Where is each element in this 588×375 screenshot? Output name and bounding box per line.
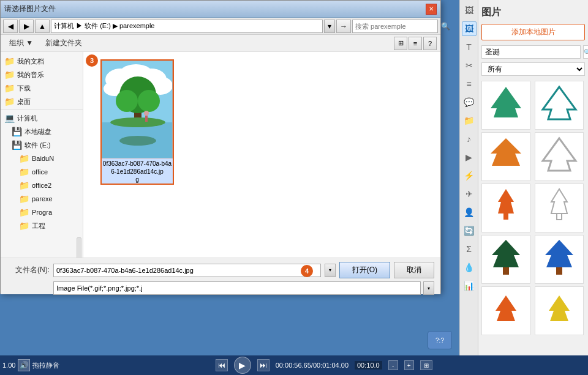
organize-button[interactable]: 组织 ▼	[4, 37, 38, 50]
filetype-row: Image File(*.gif;*.png;*.jpg;*.j ▾	[7, 281, 434, 295]
zoom-level: 1.00	[2, 362, 15, 369]
file-name: 0f363ac7-b087-470a-b4a6-1e1d286ad14c.jpg	[102, 160, 173, 184]
nav-item-label: 我的音乐	[17, 70, 44, 80]
nav-item-computer[interactable]: 💻 计算机	[1, 111, 83, 125]
help-button[interactable]: ?	[423, 37, 437, 50]
dialog-title: 请选择图片文件	[4, 4, 56, 14]
panel-icon-play[interactable]: ▶	[462, 150, 477, 165]
tree-image-6[interactable]	[535, 184, 584, 232]
nav-up-button[interactable]: ▲	[35, 20, 50, 33]
svg-marker-1	[543, 87, 576, 119]
tree-image-3[interactable]	[481, 132, 530, 181]
add-local-button[interactable]: 添加本地图片	[481, 24, 585, 40]
dialog-close-button[interactable]: ✕	[426, 4, 437, 15]
panel-icon-rotate[interactable]: 🔄	[462, 223, 477, 238]
play-button[interactable]: ▶	[234, 357, 251, 374]
panel-icon-sigma[interactable]: Σ	[462, 242, 477, 256]
view-list-button[interactable]: ≡	[409, 37, 422, 50]
nav-back-button[interactable]: ◀	[3, 20, 18, 33]
tree-image-8[interactable]	[535, 235, 584, 284]
tree-image-2[interactable]	[535, 81, 584, 130]
nav-item-baidun[interactable]: 📁 BaiduN	[1, 152, 83, 165]
file-search-input[interactable]	[355, 23, 440, 30]
prev-button[interactable]: ⏮	[216, 359, 228, 371]
filename-label: 文件名(N):	[7, 265, 50, 275]
filetype-dropdown[interactable]: ▾	[423, 281, 434, 295]
panel-title: 图片	[481, 6, 585, 19]
filename-input[interactable]	[53, 264, 321, 277]
tree-image-10[interactable]	[535, 286, 584, 335]
svg-marker-8	[492, 240, 520, 267]
nav-item-local-disk[interactable]: 💾 本地磁盘	[1, 125, 83, 138]
panel-icon-folder[interactable]: 📁	[462, 113, 477, 128]
panel-icon-plane[interactable]: ✈	[462, 187, 477, 201]
folder-icon: 📁	[19, 180, 29, 190]
nav-item-desktop[interactable]: 📁 桌面	[1, 95, 83, 108]
panel-icon-list[interactable]: ≡	[462, 76, 477, 91]
taskbar-left: 1.00 🔊 拖拉静音	[2, 359, 59, 371]
image-search-input[interactable]	[481, 45, 581, 59]
nav-item-label: 工程	[32, 221, 45, 231]
nav-item-label: 我的文档	[17, 57, 44, 66]
folder-icon: 📁	[19, 167, 29, 177]
panel-icon-music[interactable]: ♪	[462, 132, 477, 146]
nav-forward-button[interactable]: ▶	[19, 20, 34, 33]
panel-icon-user[interactable]: 👤	[462, 205, 477, 220]
zoom-minus-button[interactable]: -	[388, 360, 398, 370]
image-search-button[interactable]: 🔍	[583, 45, 588, 59]
folder-icon: 📁	[4, 97, 15, 106]
nav-item-downloads[interactable]: 📁 下载	[1, 81, 83, 95]
svg-marker-6	[551, 189, 567, 213]
nav-item-mydocs[interactable]: 📁 我的文档	[1, 54, 83, 68]
toolbar-right: ⊞ ≡ ?	[394, 37, 437, 50]
dialog-titlebar: 请选择图片文件 ✕	[1, 1, 440, 18]
nav-item-label: BaiduN	[32, 155, 54, 162]
open-button[interactable]: 打开(O)	[339, 262, 390, 278]
filename-dropdown[interactable]: ▾	[325, 264, 336, 277]
nav-item-office[interactable]: 📁 office	[1, 165, 83, 179]
panel-icon-text[interactable]: T	[462, 40, 477, 54]
nav-item-label: 计算机	[17, 114, 37, 123]
file-thumbnail	[102, 61, 173, 158]
cancel-button[interactable]: 取消	[394, 262, 434, 278]
nav-item-progra[interactable]: 📁 Progra	[1, 206, 83, 219]
file-item-selected[interactable]: 0f363ac7-b087-470a-b4a6-1e1d286ad14c.jpg	[100, 59, 174, 185]
expand-button[interactable]: ⊞	[420, 360, 432, 370]
search-bar: 🔍	[352, 20, 438, 33]
disk-icon: 💾	[12, 127, 22, 136]
dialog-bottom: 文件名(N): ▾ 打开(O) 取消 Image File(*.gif;*.pn…	[1, 258, 440, 294]
tree-image-7[interactable]	[481, 235, 530, 284]
view-grid-button[interactable]: ⊞	[394, 37, 407, 50]
nav-item-label: Progra	[32, 209, 52, 216]
nav-item-parexe[interactable]: 📁 parexe	[1, 192, 83, 206]
next-button[interactable]: ⏭	[257, 359, 270, 371]
svg-rect-9	[503, 267, 509, 275]
panel-icon-drop[interactable]: 💧	[462, 260, 477, 275]
nav-go-button[interactable]: →	[336, 20, 351, 33]
panel-icon-chart[interactable]: 📊	[462, 278, 477, 293]
panel-icon-scissors[interactable]: ✂	[462, 58, 477, 73]
nav-item-office2[interactable]: 📁 office2	[1, 179, 83, 192]
new-folder-button[interactable]: 新建文件夹	[40, 37, 87, 50]
panel-icon-image-active[interactable]: 🖼	[462, 21, 477, 36]
panel-icon-image[interactable]: 🖼	[462, 3, 477, 18]
dialog-nav: ◀ ▶ ▲ 计算机 ▶ 软件 (E:) ▶ parexemple ▾ → 🔍	[1, 18, 440, 35]
nav-item-mymusic[interactable]: 📁 我的音乐	[1, 68, 83, 81]
nav-item-label: office2	[32, 182, 51, 189]
category-filter[interactable]: 所有 节日 圣诞 自然	[481, 62, 585, 76]
search-row: 🔍	[481, 45, 585, 59]
tree-image-9[interactable]	[481, 286, 530, 335]
chatbot-button[interactable]: ?:?	[428, 331, 452, 349]
zoom-plus-button[interactable]: +	[404, 360, 414, 370]
tree-image-1[interactable]	[481, 81, 530, 130]
panel-icon-chat[interactable]: 💬	[462, 95, 477, 110]
right-panel: 🖼 🖼 T ✂ ≡ 💬 📁 ♪ ▶ ⚡ ✈ 👤 🔄 Σ 💧 📊 图片 添加本地图…	[459, 0, 588, 375]
nav-item-software-drive[interactable]: 💾 软件 (E:)	[1, 138, 83, 152]
nav-item-project[interactable]: 📁 工程	[1, 219, 83, 232]
tree-image-5[interactable]	[481, 184, 530, 232]
panel-icon-flash[interactable]: ⚡	[462, 168, 477, 183]
tree-image-4[interactable]	[535, 132, 584, 181]
panel-icons: 🖼 🖼 T ✂ ≡ 💬 📁 ♪ ▶ ⚡ ✈ 👤 🔄 Σ 💧 📊	[460, 0, 478, 375]
mute-button[interactable]: 🔊	[18, 359, 30, 371]
address-dropdown[interactable]: ▾	[324, 20, 335, 33]
